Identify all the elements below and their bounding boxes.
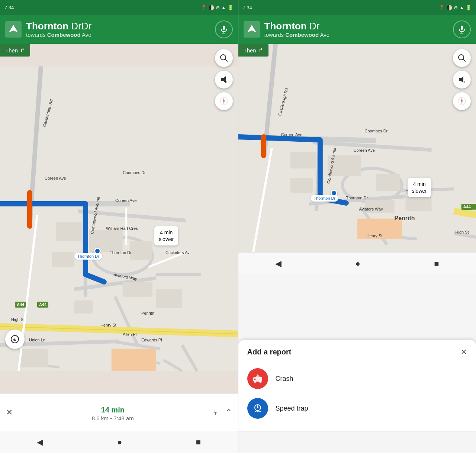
nav-header-right: Thornton Dr towards Combewood Ave bbox=[238, 15, 476, 44]
slower-badge-right: 4 min slower bbox=[408, 178, 431, 197]
svg-rect-27 bbox=[156, 289, 182, 308]
sound-button-right[interactable]: ! bbox=[453, 71, 471, 89]
svg-marker-73 bbox=[459, 76, 463, 83]
street-edwards: Edwards Pl bbox=[141, 338, 162, 342]
report-button-left[interactable]: + bbox=[5, 330, 25, 349]
bottom-bar-left: ✕ 14 min 8.6 km • 7:48 am ⑂ ⌃ bbox=[0, 393, 238, 431]
report-header: Add a report ✕ bbox=[247, 347, 467, 356]
nav-header-left: Thornton DrDr towards Combewood Ave bbox=[0, 15, 238, 44]
direction-arrow-right bbox=[244, 21, 260, 38]
status-bar-right: 7:34 📍 🌓 ⊖ ▲ 🔋 bbox=[238, 0, 476, 15]
street-coreen1: Coreen Ave bbox=[45, 176, 66, 180]
svg-rect-65 bbox=[405, 196, 431, 211]
search-button-left[interactable] bbox=[215, 49, 233, 67]
nav-street-left: Thornton DrDr bbox=[26, 21, 210, 32]
report-panel: Add a report ✕ Crash bbox=[238, 340, 476, 431]
sound-button-left[interactable]: ! bbox=[215, 71, 233, 89]
map-area-left[interactable]: Castlereagh Rd Coreen Ave Coombes Dr Cor… bbox=[0, 44, 238, 393]
compass-button-right[interactable] bbox=[453, 92, 471, 110]
street-henry-r: Henry St bbox=[367, 234, 383, 238]
street-aviators-r: Aviators Way bbox=[359, 207, 383, 211]
do-not-disturb-icon: ⊖ bbox=[216, 5, 220, 10]
status-time-left: 7:34 bbox=[4, 5, 14, 10]
svg-rect-1 bbox=[223, 26, 225, 30]
mic-button-left[interactable] bbox=[215, 20, 233, 38]
report-item-speed[interactable]: Speed trap bbox=[247, 393, 467, 423]
recents-button-sys-right[interactable]: ■ bbox=[434, 259, 439, 269]
expand-icon[interactable]: ⌃ bbox=[225, 408, 232, 417]
report-title: Add a report bbox=[247, 348, 292, 356]
nav-text-right: Thornton Dr towards Combewood Ave bbox=[260, 21, 453, 38]
road-badge-r1: A44 bbox=[461, 204, 473, 210]
turn-right-icon-r: ↱ bbox=[258, 47, 263, 54]
wifi-icon: ▲ bbox=[221, 5, 226, 10]
svg-rect-63 bbox=[290, 178, 312, 193]
city-penrith: Penrith bbox=[141, 311, 154, 315]
compass-button-left[interactable] bbox=[215, 92, 233, 110]
svg-rect-26 bbox=[74, 301, 93, 314]
svg-rect-29 bbox=[112, 349, 156, 371]
speed-trap-label: Speed trap bbox=[276, 405, 308, 412]
street-thornton: Thornton Dr bbox=[110, 250, 132, 255]
svg-line-36 bbox=[225, 59, 227, 61]
left-phone-panel: 7:34 📍 🌓 ⊖ ▲ 🔋 Thornton DrDr towards Com… bbox=[0, 0, 238, 453]
street-high-r: High St bbox=[456, 230, 469, 234]
map-area-right[interactable]: Castlereagh Rd Coreen Ave Coombes Dr Cor… bbox=[238, 44, 476, 252]
nav-street-right: Thornton Dr bbox=[264, 21, 449, 32]
recents-button-sys-left[interactable]: ■ bbox=[196, 437, 201, 447]
svg-text:!: ! bbox=[226, 80, 227, 84]
back-button-sys-left[interactable]: ◀ bbox=[37, 437, 43, 447]
svg-rect-24 bbox=[52, 252, 74, 267]
map-controls-right: ! bbox=[453, 49, 471, 110]
slower-badge-left: 4 min slower bbox=[154, 226, 178, 245]
svg-rect-62 bbox=[376, 174, 400, 191]
svg-marker-86 bbox=[256, 407, 259, 408]
svg-marker-44 bbox=[247, 25, 256, 32]
back-button-sys-right[interactable]: ◀ bbox=[275, 259, 282, 269]
street-coreen-r2: Coreen Ave bbox=[354, 148, 375, 152]
crash-icon bbox=[247, 368, 268, 389]
nav-text-left: Thornton DrDr towards Combewood Ave bbox=[22, 21, 215, 38]
home-button-sys-right[interactable]: ● bbox=[355, 259, 360, 269]
fork-icon[interactable]: ⑂ bbox=[213, 408, 218, 417]
svg-rect-21 bbox=[56, 222, 82, 241]
direction-arrow-left bbox=[5, 21, 22, 38]
location-icon: 📍 bbox=[201, 5, 207, 10]
report-close-button[interactable]: ✕ bbox=[461, 347, 467, 356]
search-button-right[interactable] bbox=[453, 49, 471, 67]
wifi-icon-r: ▲ bbox=[459, 5, 464, 10]
mic-button-right[interactable] bbox=[453, 20, 471, 38]
home-button-sys-left[interactable]: ● bbox=[117, 437, 122, 447]
svg-rect-23 bbox=[130, 241, 152, 260]
nav-towards-right: towards Combewood Ave bbox=[264, 32, 449, 38]
street-william: William Hart Cres bbox=[106, 226, 138, 231]
brightness-icon-r: 🌓 bbox=[446, 5, 452, 10]
close-button-left[interactable]: ✕ bbox=[6, 408, 13, 417]
status-bar-left: 7:34 📍 🌓 ⊖ ▲ 🔋 bbox=[0, 0, 238, 15]
street-high: High St bbox=[11, 317, 25, 322]
sys-nav-bar-left: ◀ ● ■ bbox=[0, 431, 238, 453]
report-item-crash[interactable]: Crash bbox=[247, 364, 467, 393]
svg-text:+: + bbox=[13, 337, 16, 342]
svg-marker-37 bbox=[221, 76, 226, 83]
map-controls-left: ! bbox=[215, 49, 233, 110]
sys-nav-bar-right: ◀ ● ■ bbox=[238, 252, 476, 274]
street-cricketers: Cricketers Av bbox=[165, 250, 190, 255]
location-icon-r: 📍 bbox=[439, 5, 445, 10]
svg-text:!: ! bbox=[464, 80, 465, 84]
bottom-actions-left: ⑂ ⌃ bbox=[213, 408, 232, 417]
battery-icon: 🔋 bbox=[228, 5, 234, 10]
nav-towards-left: towards Combewood Ave bbox=[26, 32, 210, 38]
turn-right-icon: ↱ bbox=[20, 47, 25, 54]
crash-label: Crash bbox=[276, 375, 293, 383]
svg-marker-81 bbox=[255, 374, 260, 377]
svg-rect-45 bbox=[461, 26, 463, 30]
battery-icon-r: 🔋 bbox=[466, 5, 472, 10]
street-coombes: Coombes Dr bbox=[123, 170, 146, 175]
street-coreen2: Coreen Ave bbox=[115, 198, 136, 203]
svg-rect-28 bbox=[19, 349, 48, 367]
do-not-disturb-icon-r: ⊖ bbox=[454, 5, 458, 10]
street-thornton-r: Thornton Dr bbox=[346, 196, 368, 200]
status-icons-left: 📍 🌓 ⊖ ▲ 🔋 bbox=[201, 5, 234, 10]
street-coreen-r1: Coreen Ave bbox=[281, 132, 302, 137]
